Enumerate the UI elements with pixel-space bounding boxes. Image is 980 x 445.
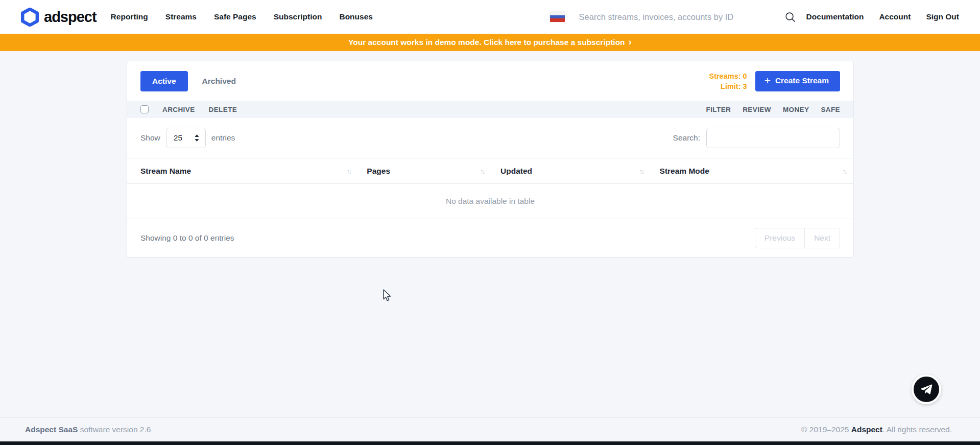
chevron-right-icon: › [629, 36, 632, 48]
nav-item-account[interactable]: Account [879, 12, 911, 21]
logo-wordmark: adspect [44, 9, 97, 26]
demo-mode-banner-text: Your account works in demo mode. Click h… [348, 38, 625, 47]
money-mode-action[interactable]: MONEY [783, 106, 809, 113]
table-empty-state: No data available in table [127, 184, 853, 219]
entries-summary: Showing 0 to 0 of 0 entries [140, 233, 234, 243]
footer-brand-name: Adspect [851, 425, 882, 434]
toolbar-left: ARCHIVE DELETE [140, 105, 237, 113]
table-header-row: Stream Name ↑↓ Pages ↑↓ Updated ↑↓ Strea… [127, 158, 853, 184]
review-mode-action[interactable]: REVIEW [743, 106, 771, 113]
select-all-checkbox[interactable] [140, 105, 149, 113]
table-search-control: Search: [673, 128, 840, 148]
header-links: Documentation Account Sign Out [806, 12, 959, 21]
adspect-hexagon-icon [20, 8, 39, 27]
pagination: Previous Next [755, 228, 840, 248]
main-nav: Reporting Streams Safe Pages Subscriptio… [111, 12, 373, 21]
table-search-input[interactable] [706, 128, 840, 148]
show-label: Show [140, 133, 160, 143]
telegram-icon [919, 382, 934, 397]
demo-mode-banner[interactable]: Your account works in demo mode. Click h… [0, 34, 980, 51]
table-footer-row: Showing 0 to 0 of 0 entries Previous Nex… [127, 219, 853, 257]
delete-action[interactable]: DELETE [209, 106, 237, 113]
stream-quota: Streams: 0 Limit: 3 [709, 71, 747, 91]
footer-product-name: Adspect SaaS [25, 425, 78, 434]
entries-label: entries [211, 133, 235, 143]
sort-icon[interactable]: ↑↓ [639, 167, 643, 175]
streams-card: Active Archived Streams: 0 Limit: 3 + Cr… [127, 61, 854, 257]
footer-copyright: © 2019–2025 Adspect. All rights reserved… [801, 425, 952, 434]
safe-mode-action[interactable]: SAFE [821, 106, 840, 113]
page-length-control: Show 25 entries [140, 128, 235, 148]
nav-item-bonuses[interactable]: Bonuses [339, 12, 372, 21]
streams-count-label: Streams: 0 [709, 71, 747, 81]
search-submit-button[interactable] [782, 9, 798, 25]
footer-version: Adspect SaaS software version 2.6 [25, 425, 151, 434]
stream-state-tabs: Active Archived [140, 71, 245, 91]
sort-icon[interactable]: ↑↓ [346, 167, 350, 175]
up-down-arrows-icon [194, 134, 200, 142]
next-page-button[interactable]: Next [805, 228, 840, 248]
tab-archived[interactable]: Archived [193, 71, 245, 91]
create-stream-label: Create Stream [775, 76, 829, 85]
bottom-dark-bar [0, 441, 980, 445]
nav-item-reporting[interactable]: Reporting [111, 12, 148, 21]
empty-message: No data available in table [446, 197, 535, 206]
table-search-label: Search: [673, 133, 700, 143]
adspect-logo[interactable]: adspect [20, 8, 97, 27]
page-footer: Adspect SaaS software version 2.6 © 2019… [0, 417, 980, 441]
nav-item-subscription[interactable]: Subscription [274, 12, 322, 21]
nav-item-streams[interactable]: Streams [165, 12, 197, 21]
global-search-input[interactable] [579, 12, 782, 22]
previous-page-button[interactable]: Previous [755, 228, 805, 248]
sort-icon[interactable]: ↑↓ [842, 167, 846, 175]
nav-item-sign-out[interactable]: Sign Out [926, 12, 959, 21]
bulk-actions-toolbar: ARCHIVE DELETE FILTER REVIEW MONEY SAFE [127, 101, 853, 118]
sort-icon[interactable]: ↑↓ [480, 167, 484, 175]
top-navigation-bar: adspect Reporting Streams Safe Pages Sub… [0, 0, 980, 34]
filter-mode-action[interactable]: FILTER [706, 106, 731, 113]
language-flag-russian[interactable] [550, 12, 565, 22]
column-header-stream-mode[interactable]: Stream Mode ↑↓ [651, 158, 853, 183]
nav-item-documentation[interactable]: Documentation [806, 12, 864, 21]
mouse-cursor [383, 289, 394, 306]
page-length-value: 25 [174, 133, 182, 143]
create-stream-button[interactable]: + Create Stream [755, 71, 840, 91]
card-header-right: Streams: 0 Limit: 3 + Create Stream [709, 71, 840, 91]
plus-icon: + [764, 75, 771, 86]
archive-action[interactable]: ARCHIVE [162, 106, 195, 113]
search-icon [784, 11, 796, 23]
card-header-row: Active Archived Streams: 0 Limit: 3 + Cr… [127, 61, 853, 101]
column-header-updated[interactable]: Updated ↑↓ [491, 158, 651, 183]
table-controls-row: Show 25 entries Search: [127, 118, 853, 158]
telegram-chat-button[interactable] [912, 374, 941, 404]
toolbar-right: FILTER REVIEW MONEY SAFE [706, 106, 840, 113]
nav-item-safe-pages[interactable]: Safe Pages [214, 12, 256, 21]
page-length-select[interactable]: 25 [166, 128, 206, 148]
column-header-stream-name[interactable]: Stream Name ↑↓ [127, 158, 357, 183]
column-header-pages[interactable]: Pages ↑↓ [357, 158, 491, 183]
streams-limit-label: Limit: 3 [709, 81, 747, 91]
tab-active[interactable]: Active [140, 71, 188, 91]
